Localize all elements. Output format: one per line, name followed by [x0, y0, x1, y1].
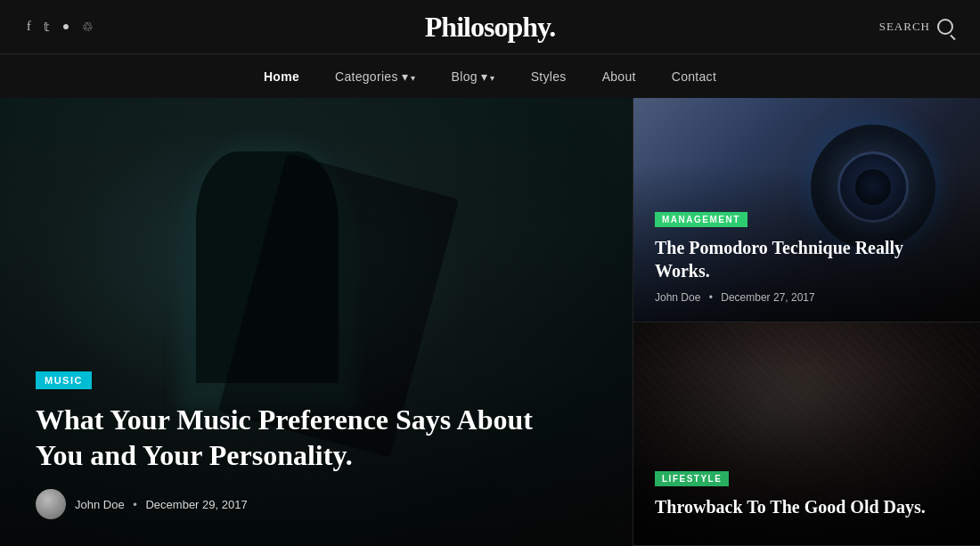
author-avatar [36, 489, 66, 519]
main-nav: Home Categories ▾ Blog ▾ Styles About Co… [0, 53, 980, 98]
search-icon[interactable] [937, 19, 953, 35]
content-area: MUSIC What Your Music Preference Says Ab… [0, 98, 980, 546]
card-bottom-content: LIFESTYLE Throwback To The Good Old Days… [633, 452, 980, 545]
hero-author: John Doe [75, 498, 125, 511]
card-management[interactable]: MANAGEMENT The Pomodoro Technique Really… [633, 98, 980, 322]
search-label: SEARCH [879, 20, 930, 34]
pinterest-icon[interactable]: ♲ [82, 20, 94, 35]
card-bottom-title: Throwback To The Good Old Days. [655, 495, 959, 518]
card-top-date: December 27, 2017 [721, 291, 814, 304]
card-bottom-category-badge: LIFESTYLE [655, 471, 729, 486]
nav-contact[interactable]: Contact [672, 69, 716, 84]
card-top-author: John Doe [655, 291, 700, 304]
social-links: f 𝕥 ● ♲ [27, 20, 94, 35]
nav-categories[interactable]: Categories ▾ [335, 69, 416, 84]
facebook-icon[interactable]: f [27, 20, 31, 34]
site-title: Philosophy. [425, 11, 555, 44]
hero-article[interactable]: MUSIC What Your Music Preference Says Ab… [0, 98, 633, 546]
card-top-category-badge: MANAGEMENT [655, 212, 747, 227]
search-area[interactable]: SEARCH [879, 19, 953, 35]
hero-author-date: John Doe • December 29, 2017 [75, 498, 248, 511]
site-header: f 𝕥 ● ♲ Philosophy. SEARCH [0, 0, 980, 53]
twitter-icon[interactable]: 𝕥 [44, 20, 50, 35]
nav-home[interactable]: Home [264, 69, 299, 84]
right-column: MANAGEMENT The Pomodoro Technique Really… [633, 98, 980, 546]
hero-category-badge: MUSIC [36, 371, 92, 389]
card-top-meta: John Doe • December 27, 2017 [655, 291, 959, 304]
instagram-icon[interactable]: ● [62, 20, 69, 34]
nav-blog[interactable]: Blog ▾ [452, 69, 495, 84]
nav-styles[interactable]: Styles [531, 69, 567, 84]
hero-meta: John Doe • December 29, 2017 [36, 489, 597, 519]
card-lifestyle[interactable]: LIFESTYLE Throwback To The Good Old Days… [633, 322, 980, 547]
card-top-content: MANAGEMENT The Pomodoro Technique Really… [633, 192, 980, 322]
card-top-title: The Pomodoro Technique Really Works. [655, 236, 959, 282]
nav-about[interactable]: About [602, 69, 636, 84]
hero-title: What Your Music Preference Says About Yo… [36, 402, 535, 473]
hero-date: December 29, 2017 [145, 498, 247, 511]
hero-content: MUSIC What Your Music Preference Says Ab… [0, 345, 633, 546]
